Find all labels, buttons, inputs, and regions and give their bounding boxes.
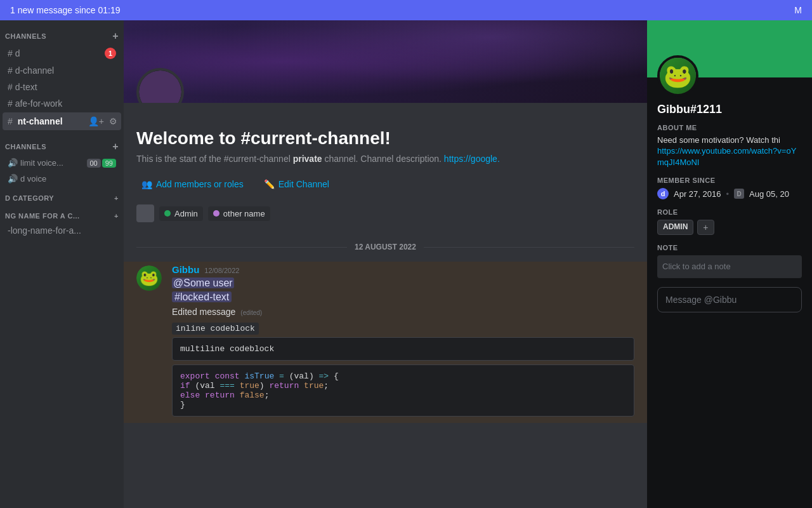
message-author: Gibbu [172, 264, 199, 275]
role-tags-row: Admin other name [124, 199, 647, 227]
edited-message-line: Edited message (edited) [172, 307, 634, 317]
add-voice-icon[interactable]: + [112, 141, 119, 152]
message-avatar: 🐸 [136, 265, 162, 291]
sidebar-item-long-name[interactable]: -long-name-for-a... [3, 223, 121, 238]
role-tag-other[interactable]: other name [208, 206, 270, 221]
message-row: 🐸 Gibbu 12/08/2022 @Some user #locked-te… [124, 262, 647, 423]
role-title: ROLE [657, 208, 802, 216]
about-me-section: ABOUT ME Need some motivation? Watch thi… [657, 124, 802, 168]
edit-channel-label: Edit Channel [278, 179, 329, 189]
add-member-icon[interactable]: 👤+ [87, 115, 105, 128]
notification-text: 1 new message since 01:19 [10, 5, 121, 15]
note-title: NOTE [657, 244, 802, 251]
channel-banner [124, 20, 647, 103]
voice-channel-name: d voice [20, 174, 46, 184]
syntax-code-block: export const isTrue = (val) => { if (val… [172, 364, 634, 417]
channels-header: CHANNELS + [0, 20, 124, 44]
admin-dot [164, 210, 171, 217]
server-join-date: Aug 05, 20 [749, 189, 789, 199]
welcome-title: Welcome to #current-channel! [136, 128, 634, 149]
welcome-description: This is the start of the #current-channe… [136, 154, 634, 164]
channel-name: # d-channel [8, 65, 116, 76]
message-mention-line: @Some user [172, 277, 634, 289]
user-panel-banner: 🐸 [647, 20, 812, 77]
user-panel-avatar: 🐸 [657, 55, 698, 97]
message-header: Gibbu 12/08/2022 [172, 264, 634, 275]
voice-channels-header: CHANNELS + [0, 131, 124, 155]
dot-separator: • [726, 189, 729, 199]
notification-right: M [794, 5, 802, 15]
pepe-avatar-icon: 🐸 [136, 265, 162, 291]
other-dot [213, 210, 219, 217]
join-date: Apr 27, 2016 [674, 189, 721, 199]
settings-icon[interactable]: ⚙ [108, 115, 119, 128]
channel-name: # afe-for-work [8, 98, 116, 109]
role-tag-admin[interactable]: Admin [159, 206, 203, 221]
member-since-row: d Apr 27, 2016 • D Aug 05, 20 [657, 188, 802, 199]
note-section: NOTE Click to add a note [657, 244, 802, 278]
add-members-label: Add members or roles [156, 179, 244, 189]
voice-badges: 00 99 [87, 159, 117, 168]
discord-icon: d [657, 188, 669, 199]
add-ng-icon[interactable]: + [114, 212, 119, 220]
banner-background [124, 20, 647, 103]
role-section: ROLE ADMIN + [657, 208, 802, 235]
sidebar-item-safe-for-work[interactable]: # afe-for-work [3, 96, 121, 111]
channel-actions: 👥 Add members or roles ✏️ Edit Channel [124, 171, 647, 199]
channel-mention-line: #locked-text [172, 291, 634, 303]
category-ng[interactable]: NG NAME FOR A C... + [0, 204, 124, 222]
voice-badge-99: 99 [102, 159, 116, 168]
welcome-link[interactable]: https://google. [444, 154, 500, 164]
user-panel: 🐸 Gibbu#1211 ABOUT ME Need some motivati… [647, 20, 812, 508]
sidebar-item-active-channel[interactable]: # nt-channel 👤+ ⚙ [3, 112, 121, 130]
about-me-title: ABOUT ME [657, 124, 802, 131]
pepe-panel-icon: 🐸 [660, 58, 696, 94]
sidebar-item-voice-limit[interactable]: 🔊 limit voice... 00 99 [3, 156, 121, 170]
hash-icon: # [5, 116, 15, 126]
user-mention: @Some user [172, 277, 234, 288]
channel-name: # d [8, 48, 105, 58]
category-d[interactable]: D CATEGORY + [0, 187, 124, 204]
messages-container: 12 AUGUST 2022 🐸 Gibbu 12/08/2022 @Some … [124, 227, 647, 508]
voice-badge-00: 00 [87, 159, 101, 168]
other-role-label: other name [223, 209, 265, 218]
user-panel-body: Gibbu#1211 ABOUT ME Need some motivation… [647, 77, 812, 323]
sidebar-item-d-channel[interactable]: # d-channel [3, 63, 121, 78]
message-gibbu-placeholder: Message @Gibbu [665, 295, 737, 305]
date-divider: 12 AUGUST 2022 [124, 237, 647, 257]
roles-row: ADMIN + [657, 220, 802, 235]
voice-icon: 🔊 [8, 158, 18, 168]
notification-bar: 1 new message since 01:19 M [0, 0, 812, 20]
edit-icon: ✏️ [264, 179, 275, 189]
edit-channel-button[interactable]: ✏️ Edit Channel [259, 177, 334, 192]
chat-area: Welcome to #current-channel! This is the… [124, 20, 647, 508]
channel-action-icons: 👤+ ⚙ [87, 115, 119, 128]
user-panel-name: Gibbu#1211 [657, 103, 802, 116]
add-channel-icon[interactable]: + [112, 30, 119, 42]
voice-channel-name: limit voice... [20, 158, 63, 168]
banner-avatar-inner [139, 70, 181, 103]
channel-name: # d-text [8, 82, 116, 92]
message-timestamp: 12/08/2022 [204, 267, 239, 274]
add-members-button[interactable]: 👥 Add members or roles [136, 177, 249, 192]
unread-badge: 1 [105, 48, 116, 59]
active-channel-name: nt-channel [15, 116, 87, 126]
sidebar-item-d[interactable]: # d 1 [3, 45, 121, 62]
admin-role-label: Admin [174, 209, 198, 218]
channel-welcome: Welcome to #current-channel! This is the… [124, 103, 647, 171]
channel-mention: #locked-text [172, 291, 232, 302]
inline-code-line: inline codeblock [172, 322, 634, 333]
note-box[interactable]: Click to add a note [657, 255, 802, 278]
admin-role-badge: ADMIN [657, 220, 693, 235]
about-me-link[interactable]: https://www.youtube.com/watch?v=oYmqJI4M… [657, 146, 796, 167]
add-category-icon[interactable]: + [114, 194, 119, 202]
message-gibbu-box[interactable]: Message @Gibbu [657, 287, 802, 312]
multiline-code-block: multiline codeblock [172, 337, 634, 361]
date-label: 12 AUGUST 2022 [355, 243, 416, 251]
voice-icon: 🔊 [8, 174, 18, 184]
role-add-button[interactable]: + [697, 220, 714, 235]
message-content: Gibbu 12/08/2022 @Some user #locked-text… [172, 264, 634, 420]
sidebar-item-d-text[interactable]: # d-text [3, 79, 121, 95]
sidebar-item-d-voice[interactable]: 🔊 d voice [3, 171, 121, 186]
server-icon: D [734, 189, 744, 199]
